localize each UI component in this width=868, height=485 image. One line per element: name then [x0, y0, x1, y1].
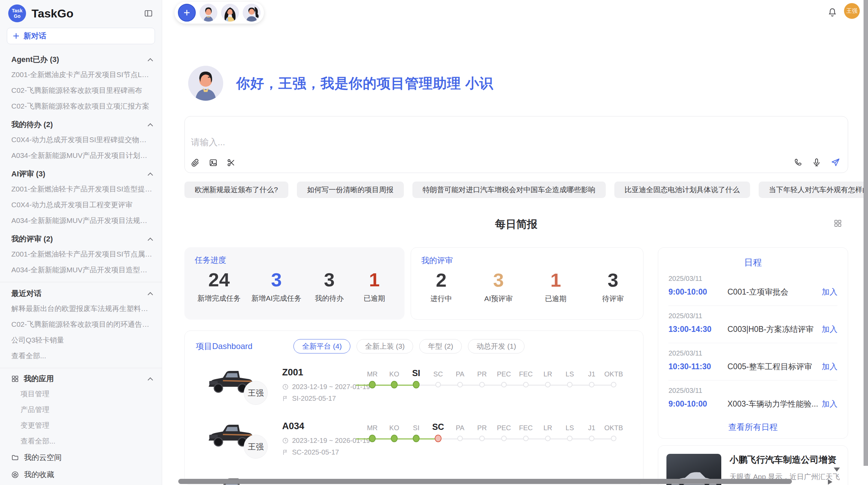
schedule-event-title: C003|H0B-方案冻结评审 — [727, 324, 822, 335]
milestone-dot — [369, 435, 376, 442]
section-header-my-apps[interactable]: 我的应用 — [0, 369, 162, 386]
sidebar-item[interactable]: C02-飞腾新能源轻客改款项目立项汇报方案 — [0, 98, 162, 114]
schedule-entry: 2025/03/11 10:30-11:30 C005-整车工程目标评审 加入 — [668, 343, 837, 381]
sidebar-item[interactable]: A034-全新新能源MUV产品开发项目计划变更表编写 — [0, 148, 162, 163]
milestone-dot — [611, 436, 616, 441]
milestone-dot — [545, 436, 551, 441]
schedule-event-title: C005-整车工程目标评审 — [727, 361, 822, 372]
stat-overdue: 1 已逾期 — [357, 268, 391, 303]
milestone: PA — [449, 419, 471, 442]
section-header-my-todo[interactable]: 我的待办 (2) — [0, 114, 162, 132]
stat-value: 3 — [596, 268, 630, 293]
project-dates: 2023-12-19 ~ 2027-01-19 — [282, 383, 370, 391]
sidebar-item[interactable]: C02-飞腾新能源轻客改款项目里程碑画布 — [0, 83, 162, 98]
app-item-project-mgmt[interactable]: 项目管理 — [0, 386, 162, 402]
view-all-schedule-link[interactable]: 查看所有日程 — [658, 422, 848, 433]
milestone-dot — [479, 436, 485, 441]
suggestion-chip[interactable]: 当下年轻人对汽车外观有怎样的喜好趋势 — [759, 182, 868, 198]
star-icon — [11, 471, 19, 478]
tab-powertrain-dev[interactable]: 动总开发 (1) — [468, 339, 525, 353]
chevron-up-icon — [148, 377, 153, 383]
project-owner-badge: 王强 — [244, 381, 268, 405]
dashboard-title: 项目Dashboard — [196, 341, 252, 352]
sidebar-item[interactable]: A034-全新新能源MUV产品开发项目法规符合性评审 — [0, 213, 162, 228]
attachment-icon[interactable] — [191, 158, 200, 167]
logo-text-bottom: Go — [14, 13, 20, 19]
microphone-icon[interactable] — [812, 158, 821, 167]
user-name: 王强 — [846, 8, 857, 15]
project-row[interactable]: 王强 A034 2023-12-19 ~ 2026-01-19 SC-2025-… — [185, 418, 643, 471]
stat-value: 2 — [424, 268, 458, 293]
scroll-down-arrow[interactable] — [834, 468, 840, 472]
tab-new-platform[interactable]: 全新平台 (4) — [293, 339, 350, 353]
add-agent-button[interactable] — [178, 4, 196, 22]
milestone: MR — [361, 365, 383, 388]
chevron-up-icon — [148, 123, 153, 128]
section-header-recent-chats[interactable]: 最近对话 — [0, 283, 162, 301]
join-meeting-link[interactable]: 加入 — [822, 287, 837, 297]
view-all-chats-link[interactable]: 查看全部... — [0, 348, 162, 364]
suggestion-chip[interactable]: 欧洲新规最近颁布了什么? — [184, 182, 288, 198]
main-area: 王强 你好，王强，我是你的项目管理助理 小识 请输入... — [162, 0, 868, 485]
tab-new-body[interactable]: 全新上装 (3) — [357, 339, 413, 353]
milestone-dot — [523, 382, 529, 387]
schedule-date: 2025/03/11 — [668, 387, 837, 395]
favorites-label: 我的收藏 — [24, 470, 54, 480]
milestone-dot — [545, 382, 551, 387]
sidebar-item-favorites[interactable]: 我的收藏 — [0, 466, 162, 483]
section-header-my-review[interactable]: 我的评审 (2) — [0, 228, 162, 246]
tab-model-year[interactable]: 年型 (2) — [419, 339, 462, 353]
recent-chat-item[interactable]: C02-飞腾新能源轻客改款项目的闭环通告反馈情况 — [0, 316, 162, 332]
milestone-dot — [435, 382, 441, 387]
layout-grid-icon[interactable] — [834, 219, 842, 227]
sidebar-item[interactable]: Z001-全新燃油皮卡产品开发项目SI节点Lesson Learn报告 — [0, 67, 162, 83]
section-header-ai-review[interactable]: AI评审 (3) — [0, 163, 162, 181]
sidebar-item[interactable]: C0X4-动力总成开发项目工程变更评审 — [0, 197, 162, 213]
sidebar-item[interactable]: Z001-全新燃油轻卡产品开发项目SI造型提交物评审 — [0, 181, 162, 197]
suggestion-chip[interactable]: 特朗普可能对进口汽车增税会对中国车企造成哪些影响 — [412, 182, 606, 198]
project-row[interactable]: 王强 Z001 2023-12-19 ~ 2027-01-19 SI-2025-… — [185, 364, 643, 418]
chevron-up-icon — [148, 58, 153, 63]
sidebar-item[interactable]: C0X4-动力总成开发项目SI里程碑提交物检查 — [0, 132, 162, 148]
scissors-icon[interactable] — [227, 158, 236, 167]
collapse-sidebar-icon[interactable] — [143, 8, 154, 19]
divider — [0, 368, 162, 368]
section-title: 我的应用 — [24, 374, 144, 384]
divider — [0, 282, 162, 282]
send-icon[interactable] — [831, 158, 840, 167]
suggestion-chip[interactable]: 比亚迪全固态电池计划具体说了什么 — [614, 182, 750, 198]
milestone: FEC — [515, 419, 537, 442]
vertical-scrollbar[interactable] — [864, 0, 868, 466]
agent-avatar[interactable] — [221, 4, 239, 22]
milestone-timeline: MR KO SI SC PA PR PEC FEC LR LS J1 OKTB — [361, 365, 625, 388]
milestone: PR — [471, 419, 493, 442]
view-all-apps-link[interactable]: 查看全部... — [0, 433, 162, 449]
recent-chat-item[interactable]: 公司Q3轻卡销量 — [0, 332, 162, 348]
horizontal-scrollbar[interactable] — [178, 479, 792, 484]
chat-input-placeholder[interactable]: 请输入... — [191, 136, 225, 148]
sidebar-item[interactable]: Z001-全新燃油轻卡产品开发项目SI节点属性5D文件评审 — [0, 246, 162, 262]
image-icon[interactable] — [209, 158, 218, 167]
join-meeting-link[interactable]: 加入 — [822, 399, 837, 409]
app-item-change-mgmt[interactable]: 变更管理 — [0, 418, 162, 433]
user-avatar[interactable]: 王强 — [844, 3, 860, 19]
milestone: J1 — [581, 365, 603, 388]
sidebar-item[interactable]: A034-全新新能源MUV产品开发项目造型可行性评审 — [0, 262, 162, 278]
app-item-product-mgmt[interactable]: 产品管理 — [0, 402, 162, 418]
notification-bell-icon[interactable] — [828, 8, 837, 17]
milestone: LS — [559, 365, 581, 388]
join-meeting-link[interactable]: 加入 — [822, 324, 837, 335]
recent-chat-item[interactable]: 解释最新出台的欧盟报废车法规再生塑料比例被调至15%... — [0, 301, 162, 316]
phone-icon[interactable] — [794, 158, 803, 167]
new-chat-button[interactable]: 新对话 — [7, 28, 155, 44]
milestone: LR — [537, 365, 559, 388]
agent-avatar[interactable] — [243, 4, 261, 22]
scroll-right-arrow[interactable] — [828, 479, 832, 485]
section-header-agent-done[interactable]: Agent已办 (3) — [0, 49, 162, 67]
sidebar-item-cloud-space[interactable]: 我的云空间 — [0, 449, 162, 466]
schedule-time: 9:00-10:00 — [668, 399, 727, 409]
join-meeting-link[interactable]: 加入 — [822, 361, 837, 372]
chat-input-card[interactable]: 请输入... — [184, 116, 848, 173]
suggestion-chip[interactable]: 如何写一份清晰的项目周报 — [297, 182, 404, 198]
agent-avatar[interactable] — [200, 4, 217, 22]
